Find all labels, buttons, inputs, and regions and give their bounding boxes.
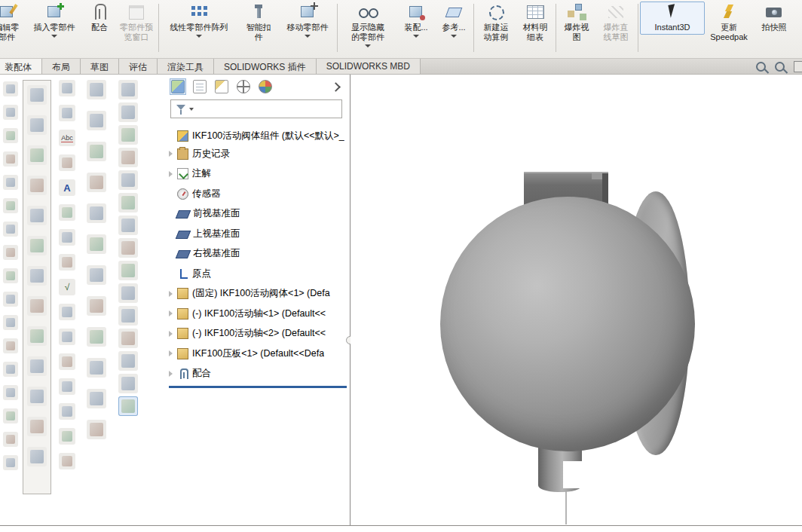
tool-icon[interactable]	[59, 353, 75, 370]
expand-arrow-icon[interactable]	[169, 171, 173, 177]
expand-arrow-icon[interactable]	[169, 371, 173, 377]
toolbar-button-mate[interactable]: 配合	[83, 2, 116, 32]
model-sphere-body[interactable]	[440, 197, 695, 451]
tab-layout[interactable]: 布局	[42, 59, 81, 74]
tool-icon[interactable]	[59, 378, 75, 395]
tree-item-assembly-root[interactable]: IKF100活动阀体组件 (默认<<默认>_	[167, 127, 348, 144]
tool-icon[interactable]	[27, 176, 47, 195]
tool-icon[interactable]	[118, 351, 138, 371]
tool-icon[interactable]	[87, 234, 106, 254]
toolbar-button-bill-of-materials[interactable]: 材料明 细表	[516, 2, 554, 42]
tool-icon[interactable]	[118, 306, 138, 326]
tool-icon[interactable]	[27, 447, 47, 466]
tool-icon[interactable]	[59, 453, 75, 469]
tool-icon[interactable]	[3, 315, 18, 330]
tool-icon[interactable]	[3, 455, 18, 470]
dropdown-caret-icon[interactable]	[305, 35, 311, 38]
propertymanager-tab[interactable]	[192, 79, 207, 94]
tool-icon[interactable]	[3, 198, 18, 213]
toolbar-button-insert-component[interactable]: 插入零部件	[26, 2, 83, 38]
tool-icon[interactable]	[3, 432, 18, 447]
graphics-area[interactable]	[350, 75, 802, 525]
tool-icon[interactable]	[27, 236, 47, 255]
tool-icon[interactable]	[27, 356, 47, 376]
tool-icon[interactable]	[27, 85, 47, 105]
magnifier-icon[interactable]	[756, 62, 766, 72]
tool-icon[interactable]	[118, 216, 138, 235]
displaymanager-tab[interactable]	[258, 79, 273, 94]
tool-icon[interactable]	[87, 327, 106, 347]
toolbar-button-instant3d[interactable]: Instant3D	[640, 2, 705, 35]
toolbar-button-take-snapshot[interactable]: 拍快照	[753, 2, 795, 32]
expand-chevron-icon[interactable]	[331, 82, 341, 92]
tool-icon[interactable]	[27, 206, 47, 225]
toolbar-button-new-motion-study[interactable]: 新建运 动算例	[476, 2, 516, 42]
tool-icon[interactable]	[59, 403, 75, 420]
tool-icon[interactable]	[87, 358, 106, 378]
toolbar-button-move-component[interactable]: 移动零部件	[280, 2, 335, 38]
tool-icon[interactable]	[59, 229, 75, 246]
tool-icon[interactable]	[59, 254, 75, 271]
toolbar-button-update-speedpak[interactable]: 更新 Speedpak	[705, 2, 753, 42]
tree-item-mates[interactable]: 配合	[167, 364, 348, 384]
configurationmanager-tab[interactable]	[214, 79, 229, 94]
toolbar-button-edit-component[interactable]: 编辑零 部件	[0, 2, 26, 42]
tree-item-right-plane[interactable]: 右视基准面	[167, 244, 348, 264]
tool-icon[interactable]	[118, 374, 138, 393]
tool-icon[interactable]	[118, 238, 138, 258]
tree-item-sensors[interactable]: 传感器	[167, 184, 348, 204]
tree-item-shaft-2[interactable]: (-) IKF100活动轴<2> (Default<<	[167, 324, 348, 344]
toolbar-button-smart-fasteners[interactable]: 智能扣 件	[237, 2, 280, 42]
tool-icon[interactable]	[3, 128, 18, 143]
tool-icon[interactable]	[27, 115, 47, 135]
expand-arrow-icon[interactable]	[169, 151, 173, 157]
featuremanager-tree-tab[interactable]	[170, 79, 185, 94]
tree-item-annotations[interactable]: 注解	[167, 164, 348, 185]
check-mark-icon[interactable]: √	[59, 279, 75, 295]
magnifier-icon[interactable]	[775, 62, 785, 72]
tool-icon[interactable]	[87, 111, 106, 130]
tree-item-top-plane[interactable]: 上视基准面	[167, 224, 348, 244]
tool-icon[interactable]	[3, 362, 18, 377]
tool-icon[interactable]	[27, 145, 47, 165]
dropdown-caret-icon[interactable]	[451, 35, 457, 38]
tool-icon[interactable]	[3, 222, 18, 237]
rollback-bar[interactable]	[169, 386, 347, 388]
expand-arrow-icon[interactable]	[169, 291, 173, 297]
tool-icon[interactable]	[59, 428, 75, 445]
tool-icon[interactable]	[118, 396, 138, 416]
tool-icon[interactable]	[118, 283, 138, 303]
toolbar-button-show-hidden-components[interactable]: 显示隐藏 的零部件	[339, 2, 396, 47]
dropdown-caret-icon[interactable]	[365, 44, 371, 47]
expand-arrow-icon[interactable]	[169, 331, 173, 337]
clipped-panel-icon[interactable]	[794, 61, 802, 72]
tree-item-press-plate[interactable]: IKF100压板<1> (Default<<Defa	[167, 344, 348, 364]
tool-icon[interactable]	[3, 408, 18, 423]
tool-icon[interactable]	[118, 80, 138, 99]
tab-evaluate[interactable]: 评估	[119, 59, 158, 74]
tool-icon[interactable]	[59, 304, 75, 320]
tree-item-shaft-1[interactable]: (-) IKF100活动轴<1> (Default<<	[167, 304, 348, 324]
tool-icon[interactable]	[27, 296, 47, 316]
tool-icon[interactable]	[87, 142, 106, 161]
dimxpert-tab[interactable]	[236, 79, 251, 94]
tool-icon[interactable]	[3, 105, 18, 120]
tool-icon[interactable]	[118, 261, 138, 280]
tool-icon[interactable]	[118, 102, 138, 122]
dropdown-caret-icon[interactable]	[51, 35, 57, 38]
tree-item-front-plane[interactable]: 前视基准面	[167, 204, 348, 225]
tool-icon[interactable]	[87, 265, 106, 285]
tool-icon[interactable]	[27, 387, 47, 406]
tool-icon[interactable]	[3, 385, 18, 400]
tool-icon[interactable]	[27, 326, 47, 346]
tool-icon[interactable]	[118, 125, 138, 145]
toolbar-button-linear-component-pattern[interactable]: 线性零部件阵列	[161, 2, 237, 38]
tool-icon[interactable]	[87, 389, 106, 408]
tool-icon[interactable]	[59, 329, 75, 345]
tool-icon[interactable]	[59, 204, 75, 221]
tool-icon[interactable]	[87, 80, 106, 99]
tool-icon[interactable]	[27, 417, 47, 436]
tree-item-origin[interactable]: 原点	[167, 264, 348, 284]
spell-check-icon[interactable]: Abc	[59, 130, 75, 146]
note-icon[interactable]: A	[59, 179, 75, 196]
